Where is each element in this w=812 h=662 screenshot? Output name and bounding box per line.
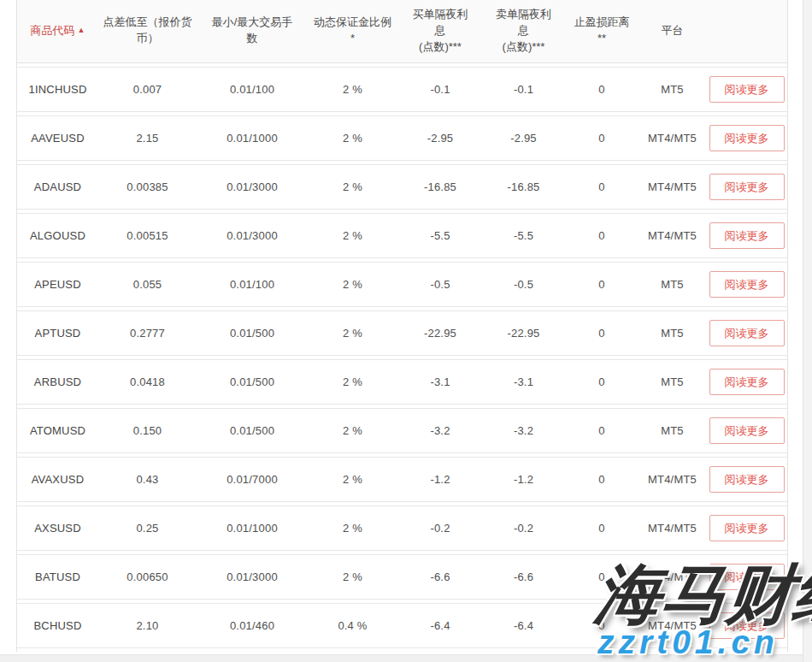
cell-spread: 0.055 xyxy=(98,278,197,291)
table-row: APEUSD 0.055 0.01/100 2 % -0.5 -0.5 0 MT… xyxy=(17,262,787,307)
cell-buy-swap: -0.2 xyxy=(397,522,483,535)
column-header-spread: 点差低至（报价货 币） xyxy=(98,15,197,47)
cell-margin: 2 % xyxy=(308,229,397,242)
table-row: BCHUSD 2.10 0.01/460 0.4 % -6.4 -6.4 0 M… xyxy=(17,603,787,648)
column-header-product-code[interactable]: 商品代码▲ xyxy=(17,23,98,39)
cell-sell-swap: -5.5 xyxy=(483,229,564,242)
cell-spread: 0.00385 xyxy=(98,180,197,193)
cell-stop-distance: 0 xyxy=(564,83,639,96)
cell-stop-distance: 0 xyxy=(564,473,639,486)
read-more-button[interactable]: 阅读更多 xyxy=(709,369,785,395)
cell-spread: 0.2777 xyxy=(98,327,197,340)
table-row: AVAXUSD 0.43 0.01/7000 2 % -1.2 -1.2 0 M… xyxy=(17,457,787,502)
cell-spread: 0.150 xyxy=(98,424,197,437)
cell-sell-swap: -1.2 xyxy=(483,473,564,486)
vertical-scrollbar[interactable] xyxy=(803,0,812,662)
cell-spread: 0.007 xyxy=(98,83,197,96)
cell-sell-swap: -16.85 xyxy=(483,180,564,193)
column-header-product-code-label: 商品代码 xyxy=(31,24,75,37)
read-more-button[interactable]: 阅读更多 xyxy=(709,271,785,298)
horizontal-scrollbar[interactable] xyxy=(0,654,812,662)
table-row: 1INCHUSD 0.007 0.01/100 2 % -0.1 -0.1 0 … xyxy=(17,67,787,112)
read-more-button[interactable]: 阅读更多 xyxy=(709,222,785,249)
column-header-sell-swap: 卖单隔夜利 息 (点数)*** xyxy=(483,7,564,56)
cell-lots: 0.01/100 xyxy=(197,278,308,291)
cell-lots: 0.01/1000 xyxy=(197,132,308,145)
cell-stop-distance: 0 xyxy=(564,522,639,535)
cell-margin: 2 % xyxy=(308,473,397,486)
cell-lots: 0.01/460 xyxy=(197,619,308,632)
table-row: AAVEUSD 2.15 0.01/1000 2 % -2.95 -2.95 0… xyxy=(17,115,787,161)
cell-sell-swap: -0.2 xyxy=(483,522,564,535)
cell-margin: 2 % xyxy=(308,375,397,388)
read-more-button[interactable]: 阅读更多 xyxy=(709,466,785,493)
read-more-button[interactable]: 阅读更多 xyxy=(709,417,785,444)
cell-sell-swap: -2.95 xyxy=(483,132,564,145)
cell-product-code: APTUSD xyxy=(17,327,98,340)
table-header-row: 商品代码▲ 点差低至（报价货 币） 最小/最大交易手 数 动态保证金比例 * 买… xyxy=(17,0,787,63)
read-more-button[interactable]: 阅读更多 xyxy=(709,76,785,103)
table-row: BATUSD 0.00650 0.01/3000 2 % -6.6 -6.6 0… xyxy=(17,554,787,600)
table-body: 1INCHUSD 0.007 0.01/100 2 % -0.1 -0.1 0 … xyxy=(17,67,787,648)
cell-sell-swap: -0.5 xyxy=(483,278,564,291)
cell-platform: MT5 xyxy=(639,83,705,96)
cell-spread: 0.00650 xyxy=(98,570,197,583)
products-table: 商品代码▲ 点差低至（报价货 币） 最小/最大交易手 数 动态保证金比例 * 买… xyxy=(16,0,788,652)
cell-margin: 0.4 % xyxy=(308,619,397,632)
cell-lots: 0.01/7000 xyxy=(197,473,308,486)
cell-buy-swap: -6.4 xyxy=(397,619,483,632)
cell-lots: 0.01/3000 xyxy=(197,229,308,242)
cell-sell-swap: -22.95 xyxy=(483,327,564,340)
cell-buy-swap: -5.5 xyxy=(397,229,483,242)
read-more-button[interactable]: 阅读更多 xyxy=(709,125,785,151)
cell-product-code: ADAUSD xyxy=(17,180,98,193)
cell-buy-swap: -3.2 xyxy=(397,424,483,437)
cell-margin: 2 % xyxy=(308,570,397,583)
cell-stop-distance: 0 xyxy=(564,327,639,340)
read-more-button[interactable]: 阅读更多 xyxy=(709,564,785,590)
cell-stop-distance: 0 xyxy=(564,132,639,145)
cell-buy-swap: -0.5 xyxy=(397,278,483,291)
cell-platform: MT4/MT5 xyxy=(639,180,705,193)
table-row: APTUSD 0.2777 0.01/500 2 % -22.95 -22.95… xyxy=(17,310,787,356)
read-more-button[interactable]: 阅读更多 xyxy=(709,174,785,200)
cell-stop-distance: 0 xyxy=(564,619,639,632)
cell-margin: 2 % xyxy=(308,522,397,535)
read-more-button[interactable]: 阅读更多 xyxy=(709,612,785,639)
page: 商品代码▲ 点差低至（报价货 币） 最小/最大交易手 数 动态保证金比例 * 买… xyxy=(0,0,812,662)
cell-platform: MT5 xyxy=(639,375,705,388)
cell-lots: 0.01/100 xyxy=(197,83,308,96)
cell-buy-swap: -22.95 xyxy=(397,327,483,340)
cell-buy-swap: -16.85 xyxy=(397,180,483,193)
table-row: ADAUSD 0.00385 0.01/3000 2 % -16.85 -16.… xyxy=(17,164,787,210)
cell-spread: 0.0418 xyxy=(98,375,197,388)
cell-lots: 0.01/500 xyxy=(197,375,308,388)
cell-product-code: ATOMUSD xyxy=(17,424,98,437)
cell-margin: 2 % xyxy=(308,424,397,437)
read-more-button[interactable]: 阅读更多 xyxy=(709,320,785,346)
cell-stop-distance: 0 xyxy=(564,229,639,242)
cell-margin: 2 % xyxy=(308,180,397,193)
read-more-button[interactable]: 阅读更多 xyxy=(709,515,785,541)
cell-lots: 0.01/500 xyxy=(197,327,308,340)
column-header-stop-distance: 止盈损距离 ** xyxy=(564,15,639,47)
cell-product-code: AAVEUSD xyxy=(17,132,98,145)
table-row: ARBUSD 0.0418 0.01/500 2 % -3.1 -3.1 0 M… xyxy=(17,359,787,405)
cell-lots: 0.01/3000 xyxy=(197,570,308,583)
cell-sell-swap: -3.2 xyxy=(483,424,564,437)
table-row: ATOMUSD 0.150 0.01/500 2 % -3.2 -3.2 0 M… xyxy=(17,408,787,453)
cell-margin: 2 % xyxy=(308,278,397,291)
cell-product-code: ALGOUSD xyxy=(17,229,98,242)
cell-margin: 2 % xyxy=(308,132,397,145)
sort-ascending-icon: ▲ xyxy=(78,26,85,34)
cell-stop-distance: 0 xyxy=(564,180,639,193)
cell-lots: 0.01/1000 xyxy=(197,522,308,535)
cell-platform: MT4/MT5 xyxy=(639,473,705,486)
cell-buy-swap: -1.2 xyxy=(397,473,483,486)
cell-buy-swap: -3.1 xyxy=(397,375,483,388)
cell-platform: MT5 xyxy=(639,278,705,291)
cell-platform: MT4/MT5 xyxy=(639,132,705,145)
cell-product-code: ARBUSD xyxy=(17,375,98,388)
cell-platform: MT5 xyxy=(639,424,705,437)
cell-spread: 0.25 xyxy=(98,522,197,535)
